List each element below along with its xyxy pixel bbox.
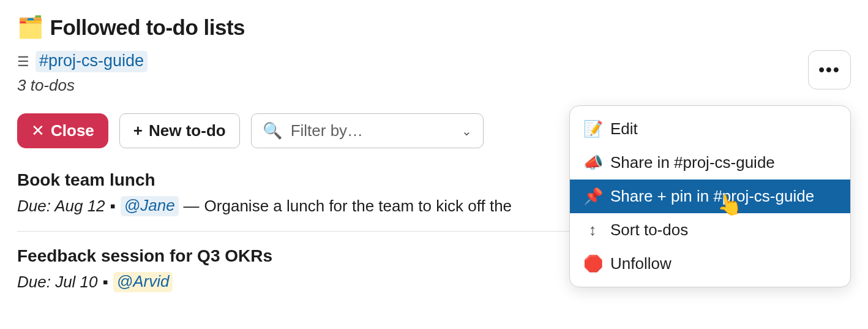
edit-icon: 📝 (583, 119, 602, 138)
user-mention[interactable]: @Jane (121, 196, 179, 216)
chevron-down-icon: ⌄ (462, 124, 472, 138)
channel-link[interactable]: #proj-cs-guide (36, 51, 148, 72)
todo-due: Due: Aug 12 (17, 197, 105, 216)
close-button[interactable]: ✕ Close (17, 113, 108, 148)
new-todo-button[interactable]: + New to-do (119, 113, 240, 148)
overflow-menu: 📝 Edit 📣 Share in #proj-cs-guide 📌 Share… (569, 105, 851, 287)
menu-item-unfollow[interactable]: 🛑 Unfollow (570, 247, 850, 281)
overflow-menu-button[interactable]: ••• (808, 50, 851, 89)
user-mention[interactable]: @Arvid (113, 272, 173, 292)
menu-item-label: Share in #proj-cs-guide (610, 153, 775, 172)
pushpin-icon: 📌 (583, 187, 602, 206)
menu-item-sort[interactable]: ↕ Sort to-dos (570, 213, 850, 247)
menu-item-edit[interactable]: 📝 Edit (570, 112, 850, 146)
card-box-icon: 🗂️ (17, 15, 44, 40)
page-title-text: Followed to-do lists (50, 15, 245, 40)
stop-icon: 🛑 (583, 254, 602, 273)
todo-description: Organise a lunch for the team to kick of… (204, 197, 512, 216)
todo-due: Due: Jul 10 (17, 273, 98, 292)
page-title: 🗂️ Followed to-do lists (17, 15, 851, 40)
menu-item-label: Sort to-dos (610, 221, 688, 240)
megaphone-icon: 📣 (583, 153, 602, 172)
filter-dropdown[interactable]: 🔍 Filter by… ⌄ (251, 113, 484, 148)
new-todo-label: New to-do (149, 121, 226, 140)
close-icon: ✕ (31, 121, 45, 140)
more-icon: ••• (818, 60, 840, 80)
channel-row: ☰ #proj-cs-guide (17, 51, 851, 72)
menu-item-share-pin[interactable]: 📌 Share + pin in #proj-cs-guide (570, 180, 850, 213)
close-button-label: Close (51, 121, 94, 140)
menu-item-label: Edit (610, 119, 638, 138)
sort-icon: ↕ (583, 221, 602, 240)
menu-item-label: Share + pin in #proj-cs-guide (610, 187, 814, 206)
search-icon: 🔍 (263, 121, 282, 140)
bullet-separator: ▪ (110, 197, 116, 216)
dash-separator: — (184, 197, 200, 216)
bullet-separator: ▪ (103, 273, 108, 292)
plus-icon: + (133, 121, 143, 140)
todo-count: 3 to-dos (17, 76, 851, 95)
menu-item-share[interactable]: 📣 Share in #proj-cs-guide (570, 146, 850, 180)
filter-placeholder: Filter by… (291, 121, 363, 140)
list-icon[interactable]: ☰ (17, 55, 29, 69)
menu-item-label: Unfollow (610, 254, 672, 273)
